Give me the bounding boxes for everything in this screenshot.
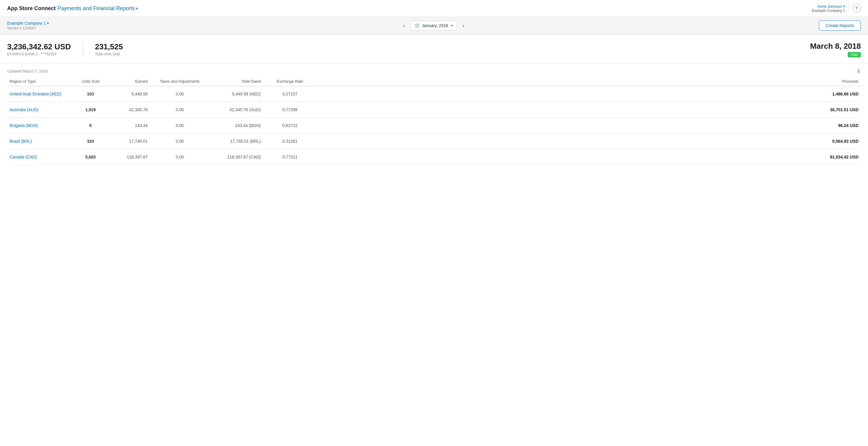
exchange-rate-value: 0.77311 (263, 155, 317, 159)
units-sold-value: 103 (73, 92, 108, 96)
paid-badge: Paid (848, 52, 861, 57)
summary-amount-block: 3,236,342.62 USD EXAMPLE BANK 1 - ****52… (7, 42, 71, 56)
exchange-rate-value: 0.77298 (263, 107, 317, 112)
summary-section: 3,236,342.62 USD EXAMPLE BANK 1 - ****52… (0, 34, 868, 64)
earned-value: 42,345.76 (108, 107, 150, 112)
earned-value: 143.44 (108, 123, 150, 128)
user-info: Anne Johnson ▾ Example Company 1 (812, 4, 845, 13)
total-owed-value: 17,748.01 (BRL) (210, 139, 263, 144)
earned-value: 5,449.58 (108, 92, 150, 96)
summary-right: March 8, 2018 Paid (810, 42, 861, 57)
table-body: United Arab Emirates (AED) 103 5,449.58 … (7, 86, 861, 165)
proceeds-value: 5,564.93 USD (317, 139, 861, 144)
taxes-value: 0.00 (150, 107, 210, 112)
summary-left: 3,236,342.62 USD EXAMPLE BANK 1 - ****52… (7, 42, 123, 57)
summary-date: March 8, 2018 (810, 42, 861, 51)
table-header: Region or Type Units Sold Earned Taxes a… (7, 77, 861, 86)
total-owed-value: 42,345.76 (AUD) (210, 107, 263, 112)
proceeds-value: 96.24 USD (317, 123, 861, 128)
date-display[interactable]: ☷ January, 2018 ▾ (410, 21, 458, 31)
date-next-button[interactable]: › (460, 22, 467, 30)
vendor-number: Vendor # 1234567 (7, 26, 49, 30)
region-name[interactable]: Bulgaria (BGN) (9, 123, 38, 128)
taxes-value: 0.00 (150, 123, 210, 128)
region-name[interactable]: Australia (AUD) (9, 107, 38, 112)
units-sold-value: 5,683 (73, 155, 108, 159)
top-nav-right: Anne Johnson ▾ Example Company 1 ? (812, 3, 861, 14)
earned-value: 17,748.01 (108, 139, 150, 144)
units-sold-value: 9 (73, 123, 108, 128)
user-chevron-icon: ▾ (843, 4, 845, 8)
app-store-connect-title: App Store Connect (7, 5, 56, 11)
taxes-value: 0.00 (150, 155, 210, 159)
col-header-total-owed: Total Owed (210, 79, 263, 83)
company-selector: Example Company 1 ▾ Vendor # 1234567 (7, 21, 49, 30)
taxes-value: 0.00 (150, 139, 210, 144)
col-header-proceeds: Proceeds (317, 79, 861, 83)
section-chevron-icon: ▾ (136, 6, 138, 11)
region-name[interactable]: Canada (CAD) (9, 155, 37, 159)
summary-units-block: 231,525 Total Units Sold (95, 42, 123, 56)
exchange-rate-value: 0.27157 (263, 92, 317, 96)
top-nav: App Store Connect Payments and Financial… (0, 0, 868, 17)
summary-amount: 3,236,342.62 USD (7, 42, 71, 52)
company-name[interactable]: Example Company 1 ▾ (7, 21, 49, 26)
user-name[interactable]: Anne Johnson ▾ (812, 4, 845, 9)
taxes-value: 0.00 (150, 92, 210, 96)
help-button[interactable]: ? (852, 4, 861, 12)
total-owed-value: 143.44 (BGN) (210, 123, 263, 128)
region-name[interactable]: United Arab Emirates (AED) (9, 92, 61, 96)
table-row: Brazil (BRL) 320 17,748.01 0.00 17,748.0… (7, 134, 861, 149)
table-row: Australia (AUD) 1,919 42,345.76 0.00 42,… (7, 102, 861, 118)
summary-units-label: Total Units Sold (95, 52, 123, 56)
table-section: Updated March 7, 2018 ⇩ Region or Type U… (0, 64, 868, 165)
table-row: Bulgaria (BGN) 9 143.44 0.00 143.44 (BGN… (7, 118, 861, 134)
col-header-units: Units Sold (73, 79, 108, 83)
proceeds-value: 1,486.66 USD (317, 92, 861, 96)
exchange-rate-value: 0.31281 (263, 139, 317, 144)
table-row: Canada (CAD) 5,683 118,397.67 0.00 118,3… (7, 149, 861, 165)
date-prev-button[interactable]: ‹ (401, 22, 407, 30)
region-name[interactable]: Brazil (BRL) (9, 139, 32, 144)
col-header-region: Region or Type (7, 79, 73, 83)
company-chevron-icon: ▾ (47, 21, 49, 25)
exchange-rate-value: 0.62722 (263, 123, 317, 128)
selected-date: January, 2018 (422, 23, 448, 28)
user-company: Example Company 1 (812, 9, 845, 13)
summary-bank: EXAMPLE BANK 1 - ****52329 (7, 52, 71, 56)
payments-title[interactable]: Payments and Financial Reports ▾ (57, 5, 138, 11)
date-nav: ‹ ☷ January, 2018 ▾ › (401, 21, 467, 31)
col-header-earned: Earned (108, 79, 150, 83)
download-icon[interactable]: ⇩ (857, 68, 861, 74)
top-nav-left: App Store Connect Payments and Financial… (7, 5, 138, 11)
units-sold-value: 1,919 (73, 107, 108, 112)
date-chevron-icon: ▾ (451, 24, 453, 28)
col-header-taxes: Taxes and Adjustments (150, 79, 210, 83)
summary-units: 231,525 (95, 42, 123, 52)
col-header-exchange-rate: Exchange Rate (263, 79, 317, 83)
sub-nav: Example Company 1 ▾ Vendor # 1234567 ‹ ☷… (0, 17, 868, 34)
updated-label: Updated March 7, 2018 (7, 69, 48, 73)
proceeds-value: 91,534.42 USD (317, 155, 861, 159)
units-sold-value: 320 (73, 139, 108, 144)
calendar-icon: ☷ (415, 23, 419, 29)
total-owed-value: 5,449.58 (AED) (210, 92, 263, 96)
total-owed-value: 118,397.67 (CAD) (210, 155, 263, 159)
proceeds-value: 36,701.51 USD (317, 107, 861, 112)
table-row: United Arab Emirates (AED) 103 5,449.58 … (7, 86, 861, 102)
earned-value: 118,397.67 (108, 155, 150, 159)
updated-row: Updated March 7, 2018 ⇩ (7, 64, 861, 77)
create-reports-button[interactable]: Create Reports (819, 21, 861, 31)
